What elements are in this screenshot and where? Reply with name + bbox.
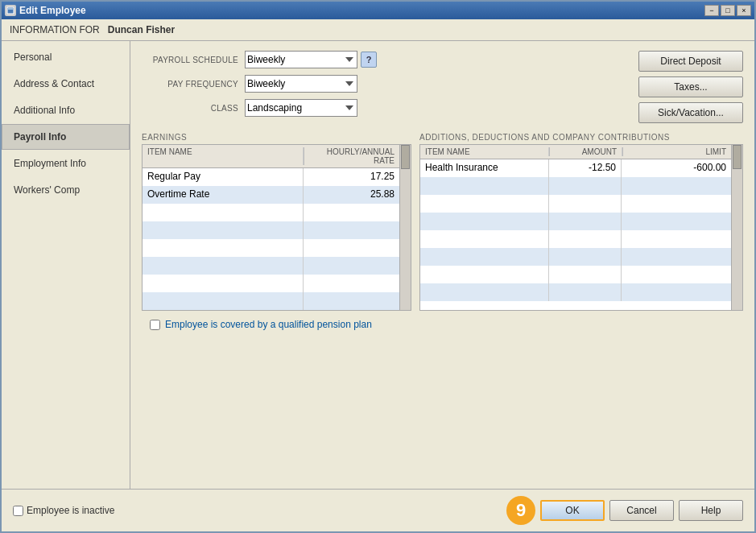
table-row (143, 275, 399, 292)
inactive-label[interactable]: Employee is inactive (13, 505, 114, 516)
table-row[interactable]: Health Insurance -12.50 -600.00 (420, 159, 731, 177)
app-icon (5, 5, 16, 16)
adc-row-amount-0: -12.50 (549, 159, 622, 177)
sidebar: Personal Address & Contact Additional In… (2, 41, 130, 489)
adc-amount-header: AMOUNT (550, 147, 622, 156)
table-row (420, 283, 731, 301)
table-row[interactable]: Regular Pay 17.25 (143, 168, 399, 186)
minimize-button[interactable]: − (704, 5, 719, 16)
earnings-row-rate-1: 25.88 (304, 186, 399, 204)
table-row (143, 204, 399, 221)
sidebar-item-payroll[interactable]: Payroll Info (2, 124, 130, 150)
step-badge: 9 (506, 496, 535, 525)
side-buttons: Direct Deposit Taxes... Sick/Vacation... (622, 51, 743, 123)
maximize-button[interactable]: □ (721, 5, 735, 16)
earnings-rate-header: HOURLY/ANNUAL RATE (304, 147, 399, 165)
table-row (420, 248, 731, 266)
tables-wrapper: EARNINGS ITEM NAME HOURLY/ANNUAL RATE (142, 133, 743, 311)
class-row: CLASS Landscaping Office Field (142, 99, 622, 117)
info-prefix: INFORMATION FOR (10, 24, 100, 35)
adc-scrollbar[interactable] (731, 145, 742, 310)
sidebar-item-workers[interactable]: Workers' Comp (2, 177, 130, 203)
top-section: PAYROLL SCHEDULE Biweekly Weekly Monthly… (142, 51, 743, 123)
earnings-table-container: EARNINGS ITEM NAME HOURLY/ANNUAL RATE (142, 133, 411, 311)
form-area: PAYROLL SCHEDULE Biweekly Weekly Monthly… (130, 41, 754, 489)
pension-row: Employee is covered by a qualified pensi… (142, 319, 743, 330)
adc-table-inner: ITEM NAME AMOUNT LIMIT Health Insurance (420, 145, 731, 310)
earnings-table: ITEM NAME HOURLY/ANNUAL RATE Regular Pay… (142, 144, 411, 311)
direct-deposit-button[interactable]: Direct Deposit (638, 51, 743, 72)
title-bar: Edit Employee − □ × (2, 2, 754, 19)
earnings-scrollbar[interactable] (399, 145, 411, 310)
table-row (143, 221, 399, 239)
adc-col-headers: ITEM NAME AMOUNT LIMIT (420, 145, 731, 159)
footer: Employee is inactive 9 OK Cancel Help (2, 489, 754, 531)
pension-label: Employee is covered by a qualified pensi… (165, 319, 372, 330)
table-row (143, 257, 399, 275)
class-input-group: Landscaping Office Field (245, 99, 357, 117)
ok-button[interactable]: OK (540, 500, 605, 521)
table-row (420, 213, 731, 230)
pay-frequency-label: PAY FREQUENCY (142, 80, 238, 89)
window-controls: − □ × (704, 5, 751, 16)
earnings-table-inner: ITEM NAME HOURLY/ANNUAL RATE Regular Pay… (143, 145, 399, 310)
close-button[interactable]: × (737, 5, 751, 16)
cancel-button[interactable]: Cancel (609, 500, 674, 521)
table-row (420, 177, 731, 195)
adc-limit-header: LIMIT (623, 147, 731, 156)
adc-row-name-0: Health Insurance (420, 159, 549, 177)
payroll-schedule-row: PAYROLL SCHEDULE Biweekly Weekly Monthly… (142, 51, 622, 68)
pay-frequency-input-group: Biweekly (245, 75, 357, 93)
inactive-checkbox[interactable] (13, 506, 23, 516)
earnings-row-name-1: Overtime Rate (143, 186, 304, 204)
payroll-schedule-input-group: Biweekly Weekly Monthly Semi-Monthly ? (245, 51, 377, 68)
window-title: Edit Employee (19, 5, 86, 16)
earnings-name-header: ITEM NAME (143, 147, 304, 165)
footer-left: Employee is inactive (13, 505, 114, 516)
earnings-col-headers: ITEM NAME HOURLY/ANNUAL RATE (143, 145, 399, 168)
earnings-row-name-0: Regular Pay (143, 168, 304, 186)
main-content: Personal Address & Contact Additional In… (2, 41, 754, 489)
adc-table: ITEM NAME AMOUNT LIMIT Health Insurance (419, 144, 743, 311)
help-button-footer[interactable]: Help (679, 500, 743, 521)
sidebar-item-employment[interactable]: Employment Info (2, 151, 130, 176)
class-label: CLASS (142, 104, 238, 113)
earnings-table-body[interactable]: Regular Pay 17.25 Overtime Rate 25.88 (143, 168, 399, 310)
table-row (420, 230, 731, 248)
footer-right: 9 OK Cancel Help (506, 496, 743, 525)
top-fields: PAYROLL SCHEDULE Biweekly Weekly Monthly… (142, 51, 622, 123)
table-row[interactable]: Overtime Rate 25.88 (143, 186, 399, 204)
sick-vacation-button[interactable]: Sick/Vacation... (638, 102, 743, 123)
adc-table-body[interactable]: Health Insurance -12.50 -600.00 (420, 159, 731, 310)
help-button[interactable]: ? (361, 52, 377, 68)
main-window: Edit Employee − □ × INFORMATION FOR Dunc… (0, 0, 756, 533)
taxes-button[interactable]: Taxes... (638, 76, 743, 97)
table-row (420, 266, 731, 283)
pension-checkbox[interactable] (150, 320, 160, 330)
table-row (143, 239, 399, 257)
pay-frequency-row: PAY FREQUENCY Biweekly (142, 75, 622, 93)
adc-name-header: ITEM NAME (420, 147, 549, 156)
svg-rect-1 (8, 8, 13, 10)
payroll-schedule-label: PAYROLL SCHEDULE (142, 56, 238, 64)
earnings-section-label: EARNINGS (142, 133, 411, 142)
class-select[interactable]: Landscaping Office Field (245, 99, 357, 117)
employee-name: Duncan Fisher (108, 24, 175, 35)
payroll-schedule-select[interactable]: Biweekly Weekly Monthly Semi-Monthly (245, 51, 357, 68)
adc-table-container: ADDITIONS, DEDUCTIONS AND COMPANY CONTRI… (419, 133, 743, 311)
pay-frequency-select[interactable]: Biweekly (245, 75, 357, 93)
info-bar: INFORMATION FOR Duncan Fisher (2, 19, 754, 41)
earnings-row-rate-0: 17.25 (304, 168, 399, 186)
adc-row-limit-0: -600.00 (622, 159, 731, 177)
sidebar-item-additional[interactable]: Additional Info (2, 97, 130, 123)
adc-section-label: ADDITIONS, DEDUCTIONS AND COMPANY CONTRI… (419, 133, 743, 142)
sidebar-item-personal[interactable]: Personal (2, 44, 130, 70)
table-row (143, 292, 399, 310)
title-bar-left: Edit Employee (5, 5, 86, 16)
sidebar-item-address[interactable]: Address & Contact (2, 71, 130, 97)
table-row (420, 195, 731, 213)
